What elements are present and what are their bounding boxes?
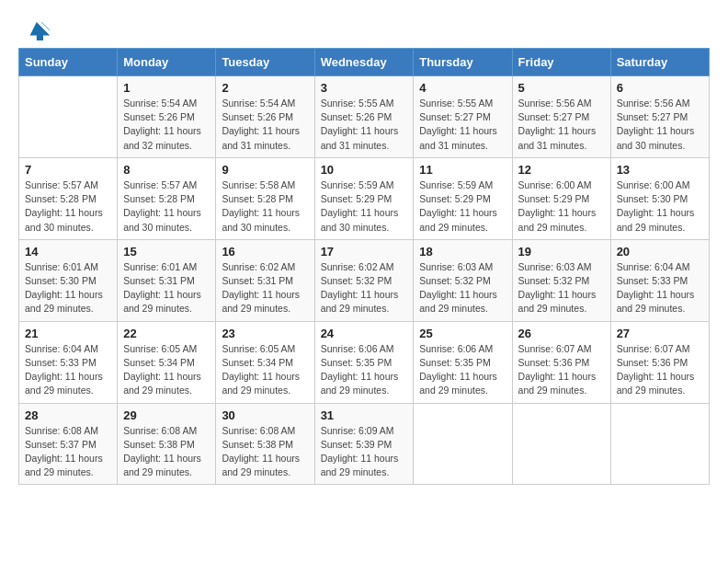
calendar-cell: 23Sunrise: 6:05 AM Sunset: 5:34 PM Dayli… — [216, 321, 314, 403]
calendar-cell: 31Sunrise: 6:09 AM Sunset: 5:39 PM Dayli… — [314, 403, 414, 485]
week-row-3: 14Sunrise: 6:01 AM Sunset: 5:30 PM Dayli… — [19, 239, 710, 321]
day-number: 6 — [617, 81, 703, 95]
calendar-cell: 17Sunrise: 6:02 AM Sunset: 5:32 PM Dayli… — [314, 239, 414, 321]
day-info: Sunrise: 5:57 AM Sunset: 5:28 PM Dayligh… — [123, 178, 210, 235]
day-number: 12 — [518, 163, 605, 177]
day-info: Sunrise: 6:02 AM Sunset: 5:31 PM Dayligh… — [222, 260, 308, 316]
calendar-cell: 28Sunrise: 6:08 AM Sunset: 5:37 PM Dayli… — [19, 403, 118, 485]
calendar-cell: 18Sunrise: 6:03 AM Sunset: 5:32 PM Dayli… — [414, 239, 512, 321]
calendar-cell: 30Sunrise: 6:08 AM Sunset: 5:38 PM Dayli… — [216, 403, 314, 485]
day-number: 18 — [419, 245, 506, 259]
day-info: Sunrise: 6:04 AM Sunset: 5:33 PM Dayligh… — [617, 260, 703, 316]
day-number: 4 — [419, 81, 506, 95]
day-info: Sunrise: 6:08 AM Sunset: 5:38 PM Dayligh… — [222, 424, 308, 480]
day-info: Sunrise: 6:04 AM Sunset: 5:33 PM Dayligh… — [25, 342, 111, 398]
day-number: 20 — [617, 245, 703, 259]
calendar-cell: 2Sunrise: 5:54 AM Sunset: 5:26 PM Daylig… — [216, 76, 314, 158]
day-number: 24 — [321, 327, 408, 340]
day-info: Sunrise: 5:54 AM Sunset: 5:26 PM Dayligh… — [222, 97, 308, 153]
day-info: Sunrise: 6:08 AM Sunset: 5:37 PM Dayligh… — [25, 424, 111, 480]
day-number: 14 — [25, 245, 111, 259]
header-thursday: Thursday — [414, 49, 512, 76]
calendar-cell — [19, 76, 118, 158]
calendar-table: SundayMondayTuesdayWednesdayThursdayFrid… — [18, 48, 710, 485]
calendar-cell: 3Sunrise: 5:55 AM Sunset: 5:26 PM Daylig… — [314, 76, 414, 158]
day-number: 27 — [617, 327, 703, 340]
header-friday: Friday — [512, 49, 610, 76]
calendar-cell: 9Sunrise: 5:58 AM Sunset: 5:28 PM Daylig… — [216, 157, 314, 239]
calendar-cell: 6Sunrise: 5:56 AM Sunset: 5:27 PM Daylig… — [610, 76, 709, 158]
day-info: Sunrise: 5:56 AM Sunset: 5:27 PM Dayligh… — [617, 97, 703, 153]
calendar-cell: 8Sunrise: 5:57 AM Sunset: 5:28 PM Daylig… — [118, 157, 216, 239]
day-number: 3 — [321, 81, 408, 95]
day-number: 11 — [419, 163, 506, 177]
day-info: Sunrise: 5:55 AM Sunset: 5:26 PM Dayligh… — [321, 97, 408, 153]
calendar-cell: 13Sunrise: 6:00 AM Sunset: 5:30 PM Dayli… — [610, 157, 709, 239]
day-number: 2 — [222, 81, 308, 95]
calendar-cell: 25Sunrise: 6:06 AM Sunset: 5:35 PM Dayli… — [414, 321, 512, 403]
calendar-cell — [414, 403, 512, 485]
calendar-cell: 4Sunrise: 5:55 AM Sunset: 5:27 PM Daylig… — [414, 76, 512, 158]
day-info: Sunrise: 6:07 AM Sunset: 5:36 PM Dayligh… — [617, 342, 703, 398]
day-number: 26 — [518, 327, 605, 340]
week-row-4: 21Sunrise: 6:04 AM Sunset: 5:33 PM Dayli… — [19, 321, 710, 403]
day-info: Sunrise: 6:00 AM Sunset: 5:30 PM Dayligh… — [617, 178, 703, 235]
calendar-cell: 12Sunrise: 6:00 AM Sunset: 5:29 PM Dayli… — [512, 157, 610, 239]
calendar-cell: 22Sunrise: 6:05 AM Sunset: 5:34 PM Dayli… — [118, 321, 216, 403]
day-number: 21 — [25, 327, 111, 340]
day-info: Sunrise: 6:00 AM Sunset: 5:29 PM Dayligh… — [518, 178, 605, 235]
day-number: 19 — [518, 245, 605, 259]
calendar-cell: 29Sunrise: 6:08 AM Sunset: 5:38 PM Dayli… — [118, 403, 216, 485]
day-info: Sunrise: 6:03 AM Sunset: 5:32 PM Dayligh… — [518, 260, 605, 316]
week-row-1: 1Sunrise: 5:54 AM Sunset: 5:26 PM Daylig… — [19, 76, 710, 158]
day-number: 30 — [222, 408, 308, 422]
day-number: 25 — [419, 327, 506, 340]
day-number: 7 — [25, 163, 111, 177]
day-number: 13 — [617, 163, 703, 177]
calendar-cell: 16Sunrise: 6:02 AM Sunset: 5:31 PM Dayli… — [216, 239, 314, 321]
day-info: Sunrise: 5:54 AM Sunset: 5:26 PM Dayligh… — [123, 97, 210, 153]
day-info: Sunrise: 6:05 AM Sunset: 5:34 PM Dayligh… — [123, 342, 210, 398]
header-saturday: Saturday — [610, 49, 709, 76]
day-number: 5 — [518, 81, 605, 95]
calendar-cell: 15Sunrise: 6:01 AM Sunset: 5:31 PM Dayli… — [118, 239, 216, 321]
day-info: Sunrise: 5:59 AM Sunset: 5:29 PM Dayligh… — [321, 178, 408, 235]
calendar-cell — [610, 403, 709, 485]
day-number: 22 — [123, 327, 210, 340]
day-number: 9 — [222, 163, 308, 177]
day-number: 23 — [222, 327, 308, 340]
day-info: Sunrise: 5:58 AM Sunset: 5:28 PM Dayligh… — [222, 178, 308, 235]
logo-icon — [18, 18, 51, 44]
day-number: 16 — [222, 245, 308, 259]
svg-marker-0 — [30, 22, 51, 40]
week-row-5: 28Sunrise: 6:08 AM Sunset: 5:37 PM Dayli… — [19, 403, 710, 485]
week-row-2: 7Sunrise: 5:57 AM Sunset: 5:28 PM Daylig… — [19, 157, 710, 239]
day-number: 28 — [25, 408, 111, 422]
header-monday: Monday — [118, 49, 216, 76]
calendar-cell: 10Sunrise: 5:59 AM Sunset: 5:29 PM Dayli… — [314, 157, 414, 239]
calendar-header-row: SundayMondayTuesdayWednesdayThursdayFrid… — [19, 49, 710, 76]
day-info: Sunrise: 6:02 AM Sunset: 5:32 PM Dayligh… — [321, 260, 408, 316]
day-number: 1 — [123, 81, 210, 95]
calendar-cell: 19Sunrise: 6:03 AM Sunset: 5:32 PM Dayli… — [512, 239, 610, 321]
day-info: Sunrise: 6:08 AM Sunset: 5:38 PM Dayligh… — [123, 424, 210, 480]
calendar-cell: 26Sunrise: 6:07 AM Sunset: 5:36 PM Dayli… — [512, 321, 610, 403]
day-info: Sunrise: 6:01 AM Sunset: 5:30 PM Dayligh… — [25, 260, 111, 316]
header-tuesday: Tuesday — [216, 49, 314, 76]
header-wednesday: Wednesday — [314, 49, 414, 76]
day-info: Sunrise: 6:06 AM Sunset: 5:35 PM Dayligh… — [321, 342, 408, 398]
day-number: 10 — [321, 163, 408, 177]
calendar-cell: 14Sunrise: 6:01 AM Sunset: 5:30 PM Dayli… — [19, 239, 118, 321]
day-info: Sunrise: 5:56 AM Sunset: 5:27 PM Dayligh… — [518, 97, 605, 153]
day-info: Sunrise: 6:09 AM Sunset: 5:39 PM Dayligh… — [321, 424, 408, 480]
day-number: 17 — [321, 245, 408, 259]
calendar-cell: 7Sunrise: 5:57 AM Sunset: 5:28 PM Daylig… — [19, 157, 118, 239]
calendar-cell: 20Sunrise: 6:04 AM Sunset: 5:33 PM Dayli… — [610, 239, 709, 321]
calendar-cell: 5Sunrise: 5:56 AM Sunset: 5:27 PM Daylig… — [512, 76, 610, 158]
header-sunday: Sunday — [19, 49, 118, 76]
calendar-cell: 27Sunrise: 6:07 AM Sunset: 5:36 PM Dayli… — [610, 321, 709, 403]
day-info: Sunrise: 6:06 AM Sunset: 5:35 PM Dayligh… — [419, 342, 506, 398]
day-info: Sunrise: 5:55 AM Sunset: 5:27 PM Dayligh… — [419, 97, 506, 153]
calendar-cell: 21Sunrise: 6:04 AM Sunset: 5:33 PM Dayli… — [19, 321, 118, 403]
day-info: Sunrise: 5:57 AM Sunset: 5:28 PM Dayligh… — [25, 178, 111, 235]
